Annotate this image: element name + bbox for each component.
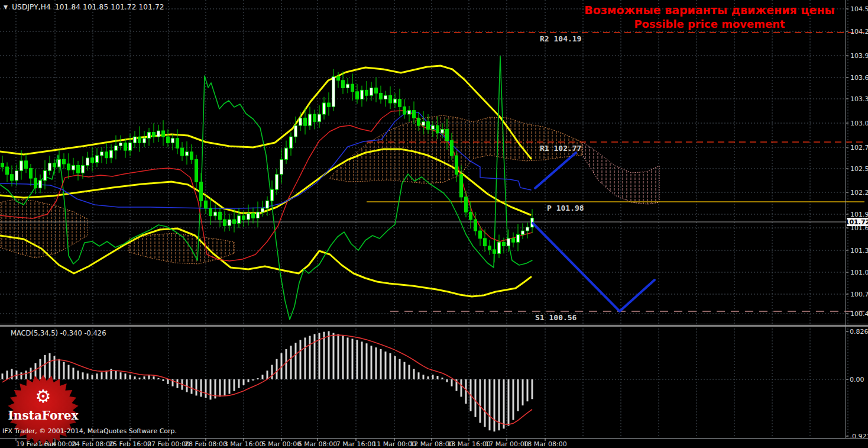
pivot-label-s1: S1 100.56 bbox=[535, 313, 576, 322]
pivot-label-r2: R2 104.19 bbox=[540, 34, 581, 43]
pivot-label-r1: R1 102.77 bbox=[540, 144, 581, 153]
macd-indicator-label: MACD(5,34,5) -0.340 -0.426 bbox=[11, 329, 106, 337]
momentum-green bbox=[0, 56, 532, 320]
instaforex-watermark: ⚙ InstaForex bbox=[5, 372, 82, 448]
mt4-chart-window: 104.50104.20103.90103.65103.35103.05102.… bbox=[0, 0, 868, 448]
time-axis-separator bbox=[0, 438, 868, 439]
current-price-tag: 101.72 bbox=[847, 218, 868, 226]
macd-signal-line bbox=[2, 335, 532, 424]
panel-separator[interactable] bbox=[0, 324, 868, 327]
time-axis[interactable] bbox=[0, 439, 868, 448]
ichimoku-cloud-left bbox=[0, 199, 88, 258]
gear-icon: ⚙ bbox=[5, 386, 82, 407]
annotation-line-en: Possible price movement bbox=[579, 17, 840, 31]
pivot-label-p: P 101.98 bbox=[547, 204, 584, 212]
chart-titlebar: ▼ USDJPY,H4 101.84 101.85 101.72 101.72 bbox=[4, 3, 164, 11]
projection-down-to-s1-then-up bbox=[533, 223, 655, 311]
analyst-annotation: Возможные варианты движения цены Possibl… bbox=[579, 4, 840, 31]
symbol-period-label: USDJPY,H4 bbox=[12, 3, 51, 11]
chart-canvas[interactable]: 104.50104.20103.90103.65103.35103.05102.… bbox=[0, 0, 868, 448]
brand-label: InstaForex bbox=[5, 408, 82, 423]
annotation-line-ru: Возможные варианты движения цены bbox=[579, 4, 840, 17]
quote-ohlc-label: 101.84 101.85 101.72 101.72 bbox=[55, 3, 164, 11]
symbol-dropdown-icon[interactable]: ▼ bbox=[4, 4, 8, 10]
copyright-label: IFX Trader, © 2001-2014, MetaQuotes Soft… bbox=[2, 427, 177, 435]
